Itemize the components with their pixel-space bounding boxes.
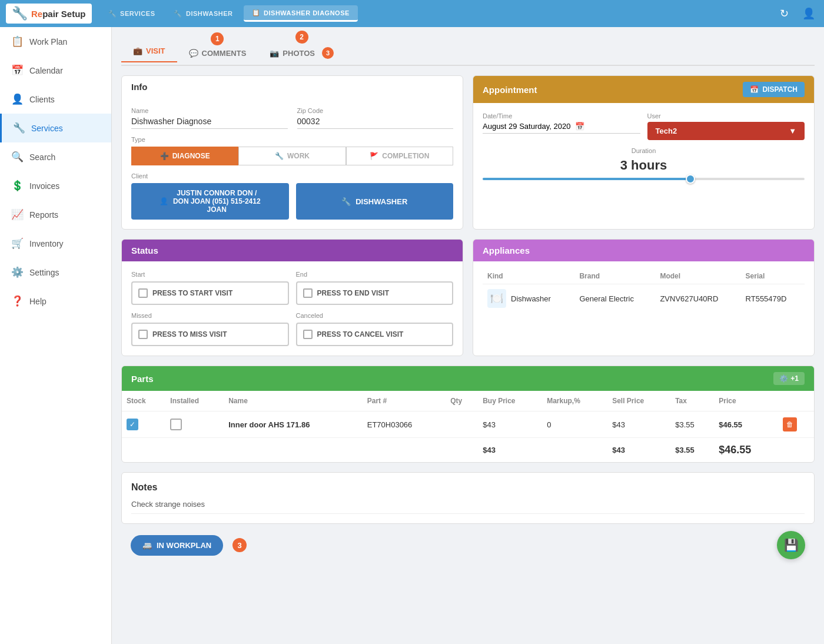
page-tabs: 💼 VISIT 1 💬 COMMENTS 2 📷 PHOTOS 3 (121, 36, 815, 66)
type-work-button[interactable]: 🔧 WORK (238, 147, 345, 165)
end-btn-label: PRESS TO END VISIT (317, 289, 389, 297)
status-body: Start PRESS TO START VISIT End PRESS TO … (122, 261, 463, 356)
nav-actions: ↻ 👤 (775, 4, 818, 23)
sidebar-item-calendar[interactable]: 📅 Calendar (0, 56, 111, 85)
settings-icon: ⚙️ (11, 266, 24, 278)
appointment-card: Appointment 📅 DISPATCH Date/Time August … (473, 75, 815, 230)
name-col: Name (224, 391, 363, 411)
duration-value: 3 hours (483, 158, 805, 173)
refresh-button[interactable]: ↻ (775, 4, 793, 23)
sidebar-item-help[interactable]: ❓ Help (0, 287, 111, 316)
zip-field: Zip Code 00032 (297, 107, 454, 129)
slider-thumb (686, 174, 695, 184)
content-grid: Info Name Dishwasher Diagnose Zip Code 0… (121, 75, 815, 356)
workplan-button[interactable]: 🚐 IN WORKPLAN (131, 535, 223, 556)
app-body: 📋 Work Plan 📅 Calendar 👤 Clients 🔧 Servi… (0, 27, 824, 644)
nav-tab-dishwasher[interactable]: 🔧 DISHWASHER (165, 6, 241, 21)
start-btn-label: PRESS TO START VISIT (152, 289, 232, 297)
dishwasher-nav-icon: 🔧 (174, 10, 182, 18)
sidebar-item-work-plan[interactable]: 📋 Work Plan (0, 27, 111, 56)
sidebar-item-reports[interactable]: 📈 Reports (0, 200, 111, 229)
tab-comments[interactable]: 1 💬 COMMENTS (177, 38, 258, 64)
sidebar-item-invoices[interactable]: 💲 Invoices (0, 171, 111, 200)
sidebar-label-reports: Reports (29, 210, 58, 220)
price-col: Price (714, 391, 778, 411)
tab-visit[interactable]: 💼 VISIT (121, 41, 177, 62)
stock-checkbox[interactable]: ✓ (127, 419, 138, 430)
buy-price-cell: $43 (478, 411, 542, 438)
top-nav: 🔧 Repair Setup 🔧 SERVICES 🔧 DISHWASHER 📋… (0, 0, 824, 27)
markup-cell: 0 (542, 411, 607, 438)
name-field: Name Dishwasher Diagnose (131, 107, 288, 129)
qty-col: Qty (446, 391, 478, 411)
kind-col-header: Kind (483, 268, 574, 284)
status-header: Status (122, 240, 463, 261)
comments-badge: 1 (211, 32, 224, 45)
calendar-picker-icon[interactable]: 📅 (575, 122, 584, 131)
client-icon: 👤 (160, 197, 168, 205)
type-buttons: ➕ DIAGNOSE 🔧 WORK 🚩 COMPLETION (131, 147, 453, 165)
sidebar-item-settings[interactable]: ⚙️ Settings (0, 258, 111, 287)
end-label: End (296, 271, 454, 278)
appliances-card: Appliances Kind Brand Model Serial (473, 239, 815, 356)
notes-title: Notes (131, 482, 805, 493)
canceled-visit-button[interactable]: PRESS TO CANCEL VISIT (296, 323, 454, 346)
sidebar-item-inventory[interactable]: 🛒 Inventory (0, 229, 111, 258)
diagnose-label: DIAGNOSE (172, 152, 210, 160)
stock-cell: ✓ (122, 411, 165, 438)
clients-icon: 👤 (11, 93, 24, 105)
sidebar-label-search: Search (29, 152, 55, 162)
info-card: Info Name Dishwasher Diagnose Zip Code 0… (121, 75, 463, 230)
main-content: 💼 VISIT 1 💬 COMMENTS 2 📷 PHOTOS 3 Info (112, 27, 824, 644)
type-diagnose-button[interactable]: ➕ DIAGNOSE (131, 147, 238, 165)
add-part-button[interactable]: ⚙️ +1 (773, 372, 805, 385)
appliances-body: Kind Brand Model Serial 🍽️ (473, 261, 814, 320)
tab-photos[interactable]: 2 📷 PHOTOS 3 (258, 36, 345, 65)
save-icon: 💾 (784, 538, 799, 552)
installed-checkbox[interactable] (170, 419, 182, 430)
sidebar-item-search[interactable]: 🔍 Search (0, 142, 111, 171)
service-button[interactable]: 🔧 DISHWASHER (296, 183, 454, 220)
workplan-section: 🚐 IN WORKPLAN 3 (131, 535, 247, 556)
workplan-badge: 3 (232, 538, 247, 552)
appliance-serial: RT555479D (741, 284, 805, 313)
user-profile-button[interactable]: 👤 (799, 4, 818, 23)
info-card-body: Name Dishwasher Diagnose Zip Code 00032 … (122, 98, 463, 229)
total-sell-price: $43 (607, 438, 670, 463)
installed-col: Installed (165, 391, 224, 411)
brand-logo[interactable]: 🔧 Repair Setup (6, 4, 92, 24)
save-button[interactable]: 💾 (777, 531, 805, 559)
tax-cell: $3.55 (670, 411, 714, 438)
dispatch-button[interactable]: 📅 DISPATCH (743, 82, 805, 97)
work-icon: 🔧 (275, 152, 284, 160)
notes-content[interactable]: Check strange noises (131, 500, 805, 514)
start-visit-button[interactable]: PRESS TO START VISIT (131, 281, 289, 305)
sidebar-item-clients[interactable]: 👤 Clients (0, 85, 111, 114)
user-value: Tech2 (656, 127, 677, 135)
part-row: ✓ Inner door AHS 171.86 ET70H03066 $43 (122, 411, 814, 438)
client-button[interactable]: 👤 JUSTIN CONNOR DON / DON JOAN (051) 515… (131, 183, 289, 220)
user-select-button[interactable]: Tech2 ▼ (647, 122, 805, 140)
part-num-cell: ET70H03066 (363, 411, 446, 438)
type-completion-button[interactable]: 🚩 COMPLETION (346, 147, 453, 165)
help-icon: ❓ (11, 295, 24, 307)
nav-tab-services[interactable]: 🔧 SERVICES (100, 6, 164, 21)
delete-part-button[interactable]: 🗑 (783, 417, 797, 431)
end-visit-button[interactable]: PRESS TO END VISIT (296, 281, 454, 305)
tab-visit-label: VISIT (146, 47, 165, 55)
price-value: $46.55 (719, 420, 742, 429)
duration-label: Duration (483, 147, 805, 154)
sidebar-item-services[interactable]: 🔧 Services (0, 114, 111, 142)
client-name1: JUSTIN CONNOR DON / (173, 189, 261, 197)
sidebar-label-clients: Clients (29, 95, 55, 104)
workplan-label: IN WORKPLAN (157, 541, 211, 550)
duration-slider[interactable] (483, 178, 805, 180)
date-input[interactable]: August 29 Saturday, 2020 📅 (483, 122, 640, 134)
appt-fields: Date/Time August 29 Saturday, 2020 📅 Use… (483, 112, 805, 140)
nav-tab-dishwasher-diagnose[interactable]: 📋 DISHWASHER DIAGNOSE (244, 5, 358, 22)
partnum-col: Part # (363, 391, 446, 411)
tab-photos-label: PHOTOS (283, 49, 315, 58)
missed-visit-button[interactable]: PRESS TO MISS VISIT (131, 323, 289, 346)
canceled-btn-label: PRESS TO CANCEL VISIT (317, 330, 404, 338)
stock-col: Stock (122, 391, 165, 411)
